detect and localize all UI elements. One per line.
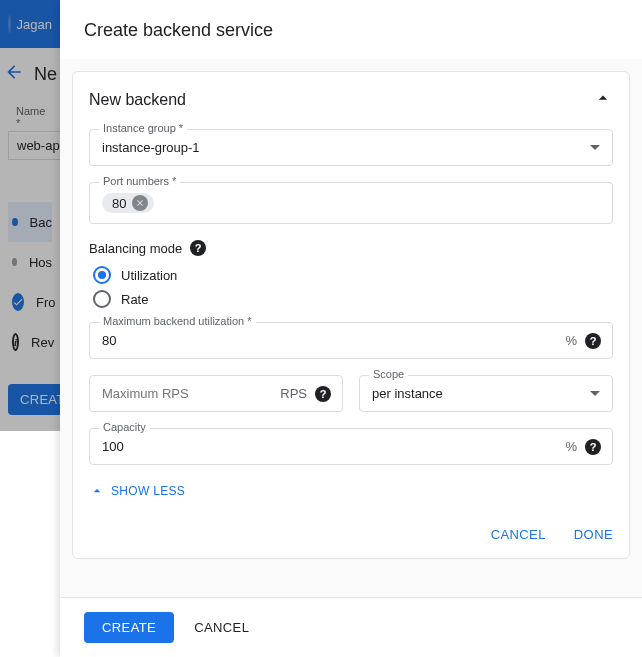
radio-label: Rate: [121, 292, 148, 307]
page-heading: Ne: [34, 64, 52, 85]
max-utilization-input[interactable]: [102, 333, 600, 348]
help-icon[interactable]: ?: [585, 333, 601, 349]
radio-utilization[interactable]: Utilization: [93, 266, 613, 284]
step-host[interactable]: Hos: [8, 242, 52, 282]
max-utilization-label: Maximum backend utilization *: [99, 315, 256, 327]
sub-cancel-button[interactable]: Cancel: [491, 527, 546, 542]
step-label: Bac: [30, 215, 52, 230]
step-label: Hos: [29, 255, 52, 270]
new-backend-card: New backend Instance group * instance-gr…: [72, 71, 630, 559]
name-field[interactable]: web-app-: [8, 131, 60, 160]
step-dot-icon: [12, 218, 18, 226]
balancing-mode-text: Balancing mode: [89, 241, 182, 256]
scope-value: per instance: [372, 386, 443, 401]
scope-label: Scope: [369, 368, 408, 380]
radio-rate[interactable]: Rate: [93, 290, 613, 308]
step-dot-icon: [12, 258, 17, 266]
product-logo-icon: [8, 15, 11, 33]
create-button[interactable]: Create: [84, 612, 174, 643]
back-arrow-icon[interactable]: [4, 62, 24, 87]
panel-title: Create backend service: [60, 0, 642, 59]
port-chip-label: 80: [112, 196, 126, 211]
side-panel: Create backend service New backend Insta…: [60, 0, 642, 657]
port-chip: 80: [102, 193, 154, 213]
bg-create-button[interactable]: Create: [8, 384, 60, 415]
show-less-label: Show less: [111, 484, 185, 498]
instance-group-value: instance-group-1: [102, 140, 200, 155]
panel-body: New backend Instance group * instance-gr…: [60, 59, 642, 597]
port-numbers-field[interactable]: Port numbers * 80: [89, 182, 613, 224]
instance-group-field[interactable]: Instance group * instance-group-1: [89, 129, 613, 166]
show-less-toggle[interactable]: Show less: [89, 483, 613, 499]
balancing-mode-label: Balancing mode ?: [89, 240, 613, 256]
info-circle-icon: i: [12, 333, 19, 351]
check-circle-icon: [12, 293, 24, 311]
help-icon[interactable]: ?: [190, 240, 206, 256]
step-label: Fro: [36, 295, 56, 310]
collapse-card-button[interactable]: [593, 88, 613, 111]
percent-unit: %: [565, 333, 577, 348]
port-numbers-label: Port numbers *: [99, 175, 180, 187]
name-field-value: web-app-: [17, 138, 60, 153]
remove-chip-button[interactable]: [132, 195, 148, 211]
rps-unit: RPS: [280, 386, 307, 401]
capacity-input[interactable]: [102, 439, 600, 454]
help-icon[interactable]: ?: [585, 439, 601, 455]
step-review[interactable]: i Rev: [8, 322, 52, 362]
max-utilization-field[interactable]: Maximum backend utilization * % ?: [89, 322, 613, 359]
max-rps-field[interactable]: RPS ?: [89, 375, 343, 412]
top-app-bar: Jagan: [0, 0, 60, 48]
capacity-field[interactable]: Capacity % ?: [89, 428, 613, 465]
sub-done-button[interactable]: Done: [574, 527, 613, 542]
card-title: New backend: [89, 91, 186, 109]
name-field-label: Name *: [16, 105, 52, 129]
step-frontend[interactable]: Fro: [8, 282, 52, 322]
help-icon[interactable]: ?: [315, 386, 331, 402]
cancel-button[interactable]: Cancel: [194, 620, 249, 635]
dropdown-caret-icon: [590, 145, 600, 150]
radio-label: Utilization: [121, 268, 177, 283]
user-name: Jagan: [17, 17, 52, 32]
radio-icon: [93, 266, 111, 284]
instance-group-label: Instance group *: [99, 122, 187, 134]
scope-field[interactable]: Scope per instance: [359, 375, 613, 412]
capacity-label: Capacity: [99, 421, 150, 433]
dropdown-caret-icon: [590, 391, 600, 396]
step-backend[interactable]: Bac: [8, 202, 52, 242]
percent-unit: %: [565, 439, 577, 454]
panel-footer: Create Cancel: [60, 597, 642, 657]
radio-icon: [93, 290, 111, 308]
background-page: Jagan Ne Name * web-app- Bac Hos Fro i R…: [0, 0, 60, 657]
step-label: Rev: [31, 335, 54, 350]
